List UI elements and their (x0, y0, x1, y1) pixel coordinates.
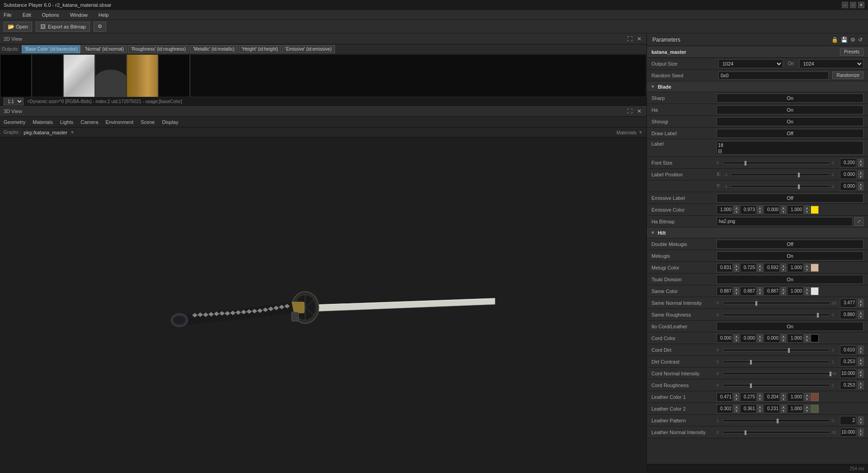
emissive-r-up[interactable]: ▲ (734, 206, 739, 210)
same-b[interactable] (764, 287, 780, 296)
cord-a[interactable] (787, 334, 803, 343)
melugi-b[interactable] (764, 263, 780, 272)
tab-metallic[interactable]: 'Metallic' (id:metallic) (190, 45, 238, 53)
menu-scene[interactable]: Scene (141, 119, 155, 125)
lc1-a-down[interactable]: ▼ (804, 397, 810, 401)
params-scroll[interactable]: ▼ Blade Sharp On Ha On Shinogi (647, 81, 868, 464)
same-b-up[interactable]: ▲ (781, 287, 786, 291)
presets-button[interactable]: Presets (840, 48, 863, 56)
cord-rough-up[interactable]: ▲ (858, 381, 863, 385)
reset-icon[interactable]: ↺ (858, 37, 863, 43)
melugi-g[interactable] (740, 263, 756, 272)
lc2-a-up[interactable]: ▲ (804, 405, 810, 409)
melugi-r-up[interactable]: ▲ (734, 264, 739, 268)
ha-bitmap-input[interactable] (717, 217, 853, 226)
thumb-0[interactable] (0, 54, 32, 97)
randomize-button[interactable]: Randomize (832, 71, 863, 79)
menu-display[interactable]: Display (162, 119, 178, 125)
lc2-g-down[interactable]: ▼ (757, 409, 763, 413)
same-b-down[interactable]: ▼ (781, 291, 786, 295)
materials-expand-icon[interactable]: ▼ (638, 130, 643, 135)
lc1-b-up[interactable]: ▲ (781, 393, 786, 397)
font-size-down[interactable]: ▼ (858, 163, 863, 167)
same-ni-up[interactable]: ▲ (858, 299, 863, 303)
lc2-a-down[interactable]: ▼ (804, 409, 810, 413)
lc2-r-down[interactable]: ▼ (734, 409, 739, 413)
label-textarea[interactable]: 10 目 (717, 141, 863, 155)
mekugis-toggle[interactable]: On (717, 251, 863, 260)
emissive-b-down[interactable]: ▼ (781, 210, 786, 214)
melugi-r-down[interactable]: ▼ (734, 268, 739, 272)
lni-input[interactable] (840, 428, 856, 437)
emissive-color-swatch[interactable] (811, 206, 819, 214)
same-rough-up[interactable]: ▲ (858, 311, 863, 315)
lp-slider[interactable] (723, 419, 830, 422)
lc2-b-up[interactable]: ▲ (781, 405, 786, 409)
thumb-5[interactable] (158, 54, 190, 97)
menu-camera[interactable]: Camera (80, 119, 98, 125)
emissive-label-toggle[interactable]: Off (717, 194, 863, 203)
tab-emissive[interactable]: 'Emissive' (id:emissive) (282, 45, 335, 53)
melugi-r[interactable] (717, 263, 733, 272)
section-hilt[interactable]: ▼ Hilt (647, 227, 868, 238)
melugi-g-down[interactable]: ▼ (757, 268, 763, 272)
label-pos-x-slider[interactable] (730, 173, 830, 176)
lc1-b[interactable] (764, 393, 780, 402)
cord-r[interactable] (717, 334, 733, 343)
emissive-b[interactable] (764, 205, 780, 214)
menu-help[interactable]: Help (97, 11, 111, 19)
lc1-r-up[interactable]: ▲ (734, 393, 739, 397)
melugi-a-up[interactable]: ▲ (804, 264, 810, 268)
export-bitmap-button[interactable]: 🖼 Export as Bitmap (36, 22, 90, 32)
cord-a-down[interactable]: ▼ (804, 338, 810, 342)
emissive-r-down[interactable]: ▼ (734, 210, 739, 214)
thumb-large[interactable] (190, 54, 646, 97)
save-icon[interactable]: 💾 (841, 37, 848, 43)
lc1-b-down[interactable]: ▼ (781, 397, 786, 401)
cord-ni-down[interactable]: ▼ (858, 374, 863, 378)
emissive-b-up[interactable]: ▲ (781, 206, 786, 210)
maximize-button[interactable]: □ (850, 2, 856, 8)
view-2d-close[interactable]: ✕ (636, 35, 643, 43)
same-r-down[interactable]: ▼ (734, 291, 739, 295)
cord-b-up[interactable]: ▲ (781, 334, 786, 338)
label-pos-x-up[interactable]: ▲ (858, 170, 863, 175)
lp-input[interactable] (840, 416, 856, 425)
cord-g[interactable] (740, 334, 756, 343)
cord-b-down[interactable]: ▼ (781, 338, 786, 342)
same-g[interactable] (740, 287, 756, 296)
tab-height[interactable]: 'Height' (id:height) (239, 45, 281, 53)
font-size-up[interactable]: ▲ (858, 159, 863, 163)
ha-toggle[interactable]: On (717, 105, 863, 114)
lc2-r[interactable] (717, 404, 733, 413)
font-size-input[interactable] (840, 158, 856, 167)
same-rough-input[interactable] (840, 310, 856, 319)
menu-window[interactable]: Window (68, 11, 90, 19)
same-r[interactable] (717, 287, 733, 296)
dirt-contrast-slider[interactable] (723, 360, 830, 363)
cord-dirt-up[interactable]: ▲ (858, 346, 863, 350)
cord-ni-up[interactable]: ▲ (858, 369, 863, 374)
lc1-g-up[interactable]: ▲ (757, 393, 763, 397)
melugi-a[interactable] (787, 263, 803, 272)
same-ni-slider[interactable] (723, 302, 830, 304)
dirt-contrast-down[interactable]: ▼ (858, 362, 863, 366)
lc1-g-down[interactable]: ▼ (757, 397, 763, 401)
thumb-4[interactable] (127, 54, 158, 97)
cord-a-up[interactable]: ▲ (804, 334, 810, 338)
emissive-r[interactable] (717, 205, 733, 214)
output-size-select[interactable]: 1024 512 2048 (718, 59, 783, 68)
lc2-g[interactable] (740, 404, 756, 413)
same-a-up[interactable]: ▲ (804, 287, 810, 291)
same-rough-down[interactable]: ▼ (858, 315, 863, 319)
lc2-color-swatch[interactable] (811, 405, 819, 413)
cord-b[interactable] (764, 334, 780, 343)
label-pos-y-up[interactable]: ▲ (858, 182, 863, 186)
dirt-contrast-input[interactable] (840, 357, 856, 366)
emissive-g-up[interactable]: ▲ (757, 206, 763, 210)
melugi-a-down[interactable]: ▼ (804, 268, 810, 272)
melugi-b-up[interactable]: ▲ (781, 264, 786, 268)
thumb-1[interactable] (32, 54, 63, 97)
label-pos-y-down[interactable]: ▼ (858, 186, 863, 190)
draw-label-toggle[interactable]: Off (717, 129, 863, 138)
